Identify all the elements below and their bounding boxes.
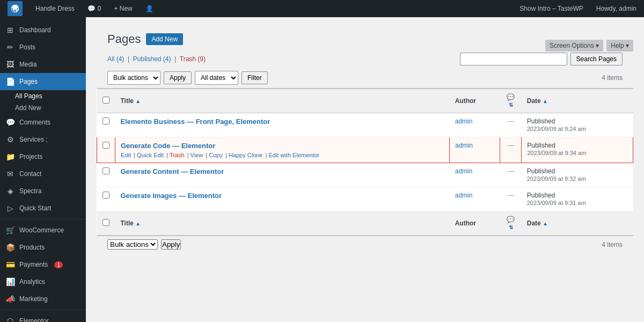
filter-trash-link[interactable]: Trash (9) [180,55,206,63]
sidebar-item-products[interactable]: 📦 Products [0,239,86,256]
row2-view-link[interactable]: View [191,152,203,158]
row3-author-link[interactable]: admin [455,167,473,175]
sidebar-label-spectra: Spectra [19,187,41,195]
bulk-actions-select[interactable]: Bulk actions [107,71,160,85]
footer-checkbox-cell [97,211,115,236]
row1-status: Published [527,118,555,125]
services-icon: ⚙ [5,135,15,144]
sidebar-item-payments[interactable]: 💳 Payments 1 [0,256,86,273]
bulk-actions-bottom-select[interactable]: Bulk actions [107,239,158,250]
row2-copy-link[interactable]: Copy [209,152,223,158]
sidebar-item-posts[interactable]: ✏ Posts [0,39,86,56]
header-comments[interactable]: 💬 ⇅ [500,89,522,113]
select-all-checkbox[interactable] [103,97,109,104]
row3-title-link[interactable]: Generate Content — Elementor [121,167,224,175]
screen-options-button[interactable]: Screen Options ▾ [545,40,603,52]
sidebar-item-contact[interactable]: ✉ Contact [0,165,86,182]
footer-date[interactable]: Date ▲ [522,211,633,236]
date-filter-select[interactable]: All dates [195,71,238,85]
row4-author-link[interactable]: admin [455,192,473,199]
footer-comments[interactable]: 💬 ⇅ [500,211,522,236]
row1-date-cell: Published 2023/09/09 at 9:24 am [522,113,633,137]
tablenav-top: Bulk actions Apply All dates Filter 4 it… [97,68,633,88]
sidebar-item-marketing[interactable]: 📣 Marketing [0,290,86,308]
show-intro-label: Show Intro – TasteWP [519,5,583,12]
site-name: Handle Dress [35,5,75,12]
sidebar-label-elementor: Elementor [19,317,49,322]
row2-quick-edit-link[interactable]: Quick Edit [137,152,164,158]
row2-author-link[interactable]: admin [455,142,473,149]
title-sort-icon[interactable]: ▲ [135,98,141,104]
sidebar-item-dashboard[interactable]: ⊞ Dashboard [0,21,86,39]
row2-date: 2023/09/09 at 9:34 am [527,150,586,156]
header-title[interactable]: Title ▲ [115,89,450,113]
woocommerce-icon: 🛒 [5,225,15,235]
row4-title-link[interactable]: Generate Images — Elementor [121,192,222,200]
title-footer-sort-icon[interactable]: ▲ [135,221,141,226]
sidebar-item-woocommerce[interactable]: 🛒 WooCommerce [0,222,86,239]
sidebar-item-quick-start[interactable]: ▷ Quick Start [0,200,86,217]
footer-title[interactable]: Title ▲ [115,211,450,236]
wp-logo-button[interactable] [4,0,26,17]
add-new-button[interactable]: + New [111,0,135,17]
search-pages-input[interactable] [460,53,567,65]
comments-sort-icon[interactable]: ⇅ [509,102,513,108]
sidebar-item-projects[interactable]: 📁 Projects [0,148,86,165]
row3-checkbox-cell [97,163,115,187]
title-footer-label: Title [121,219,134,227]
sidebar-subitem-all-pages[interactable]: All Pages [0,90,86,102]
header-date[interactable]: Date ▲ [522,89,633,113]
sidebar-subitem-add-new[interactable]: Add New [0,102,86,114]
row2-edit-elementor-link[interactable]: Edit with Elementor [268,152,319,158]
date-sort-icon[interactable]: ▲ [543,98,548,104]
search-pages-button[interactable]: Search Pages [570,53,623,65]
apply-bulk-button[interactable]: Apply [164,71,192,84]
menu-separator-2 [0,310,86,310]
date-footer-sort-icon[interactable]: ▲ [543,221,548,226]
table-row-highlighted: Generate Code — Elementor Edit | Quick E… [97,137,633,163]
row1-title-link[interactable]: Elemento Business — Front Page, Elemento… [121,118,270,126]
show-intro-button[interactable]: Show Intro – TasteWP [516,0,587,17]
author-footer-label: Author [455,219,476,227]
row4-date-cell: Published 2023/09/09 at 9:31 am [522,187,633,211]
row2-trash-link[interactable]: Trash [170,152,185,158]
sidebar-item-spectra[interactable]: ◈ Spectra [0,182,86,200]
sidebar-label-media: Media [19,61,37,68]
row2-checkbox[interactable] [103,142,109,149]
sidebar-item-analytics[interactable]: 📊 Analytics [0,273,86,290]
sidebar-item-pages[interactable]: 📄 Pages [0,73,86,90]
sidebar-item-elementor[interactable]: ⬡ Elementor [0,312,86,322]
sidebar-label-comments: Comments [19,119,50,126]
comment-footer-icon: 💬 [507,216,515,223]
site-name-button[interactable]: Handle Dress [32,0,78,17]
howdy-button[interactable]: Howdy, admin [593,0,640,17]
sidebar-item-comments[interactable]: 💬 Comments [0,114,86,131]
row4-date: 2023/09/09 at 9:31 am [527,200,586,206]
sidebar-item-services[interactable]: ⚙ Services ; [0,131,86,148]
apply-bulk-bottom-button[interactable]: Apply [161,239,181,250]
row4-status: Published [527,192,555,199]
notifications-button[interactable]: 💬 0 [84,0,105,17]
select-all-footer-checkbox[interactable] [103,219,109,226]
comments-footer-sort-icon[interactable]: ⇅ [509,224,513,230]
sidebar-label-services: Services ; [19,136,48,143]
row1-author-link[interactable]: admin [455,118,473,125]
filter-published-link[interactable]: Published (4) [133,55,171,63]
pages-table: Title ▲ Author 💬 ⇅ Date ▲ [97,89,633,236]
sidebar-item-media[interactable]: 🖼 Media [0,56,86,73]
row2-happy-clone-link[interactable]: Happy Clone [229,152,263,158]
filter-all-link[interactable]: All (4) [107,55,124,63]
row1-checkbox[interactable] [103,118,109,125]
user-avatar-button[interactable]: 👤 [142,0,157,17]
help-button[interactable]: Help ▾ [606,40,633,52]
row2-title-link[interactable]: Generate Code — Elementor [121,142,215,150]
row3-checkbox[interactable] [103,167,109,174]
user-icon: 👤 [145,5,153,12]
add-new-page-button[interactable]: Add New [146,33,183,45]
row1-comments-dash: — [508,118,514,125]
row4-checkbox[interactable] [103,192,109,199]
items-count-top: 4 items [602,74,623,82]
row2-edit-link[interactable]: Edit [121,152,131,158]
filter-button[interactable]: Filter [241,71,268,84]
admin-bar: Handle Dress 💬 0 + New 👤 Show Intro – Ta… [0,0,644,17]
